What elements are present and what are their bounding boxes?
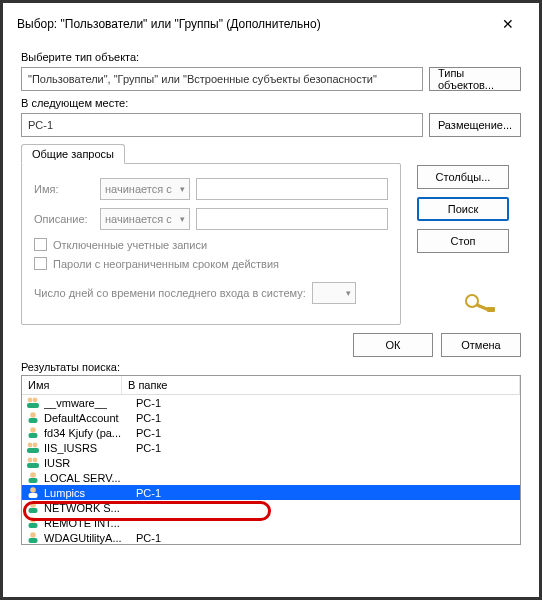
user-icon bbox=[26, 411, 40, 424]
svg-rect-7 bbox=[29, 418, 38, 423]
svg-rect-9 bbox=[29, 433, 38, 438]
user-icon bbox=[26, 486, 40, 499]
location-field: PC-1 bbox=[21, 113, 423, 137]
column-name-header[interactable]: Имя bbox=[22, 376, 122, 394]
location-button[interactable]: Размещение... bbox=[429, 113, 521, 137]
svg-point-16 bbox=[30, 472, 36, 478]
search-icon bbox=[455, 291, 503, 313]
list-item-name: __vmware__ bbox=[44, 397, 126, 409]
svg-point-6 bbox=[30, 412, 36, 418]
group-icon bbox=[26, 441, 40, 454]
svg-point-18 bbox=[30, 487, 36, 493]
svg-point-4 bbox=[33, 398, 38, 403]
list-item[interactable]: DefaultAccountPC-1 bbox=[22, 410, 520, 425]
list-item-name: fd34 Kjufy (pa... bbox=[44, 427, 126, 439]
list-item-name: REMOTE INT... bbox=[44, 517, 126, 529]
svg-point-14 bbox=[33, 458, 38, 463]
location-label: В следующем месте: bbox=[21, 97, 521, 109]
disabled-accounts-label: Отключенные учетные записи bbox=[53, 239, 207, 251]
svg-rect-2 bbox=[487, 307, 495, 312]
object-type-label: Выберите тип объекта: bbox=[21, 51, 521, 63]
user-icon bbox=[26, 471, 40, 484]
name-input[interactable] bbox=[196, 178, 388, 200]
name-label: Имя: bbox=[34, 183, 94, 195]
list-item-folder: PC-1 bbox=[130, 412, 516, 424]
list-item-name: IUSR bbox=[44, 457, 126, 469]
list-item-name: IIS_IUSRS bbox=[44, 442, 126, 454]
list-item[interactable]: IUSR bbox=[22, 455, 520, 470]
disabled-accounts-checkbox[interactable] bbox=[34, 238, 47, 251]
user-icon bbox=[26, 426, 40, 439]
svg-rect-19 bbox=[29, 493, 38, 498]
list-item-folder: PC-1 bbox=[130, 487, 516, 499]
list-item[interactable]: REMOTE INT... bbox=[22, 515, 520, 530]
object-types-button[interactable]: Типы объектов... bbox=[429, 67, 521, 91]
list-item[interactable]: fd34 Kjufy (pa...PC-1 bbox=[22, 425, 520, 440]
svg-point-0 bbox=[466, 295, 478, 307]
svg-point-13 bbox=[28, 458, 33, 463]
window-title: Выбор: "Пользователи" или "Группы" (Допо… bbox=[17, 17, 491, 31]
svg-rect-23 bbox=[29, 523, 38, 528]
results-list[interactable]: Имя В папке __vmware__PC-1DefaultAccount… bbox=[21, 375, 521, 545]
days-since-logon-combo[interactable]: ▾ bbox=[312, 282, 356, 304]
cancel-button[interactable]: Отмена bbox=[441, 333, 521, 357]
columns-button[interactable]: Столбцы... bbox=[417, 165, 509, 189]
results-header: Имя В папке bbox=[22, 376, 520, 395]
column-folder-header[interactable]: В папке bbox=[122, 376, 520, 394]
list-item-folder: PC-1 bbox=[130, 427, 516, 439]
titlebar: Выбор: "Пользователи" или "Группы" (Допо… bbox=[9, 9, 533, 39]
ok-button[interactable]: ОК bbox=[353, 333, 433, 357]
common-queries-group: Имя: начинается с▾ Описание: начинается … bbox=[21, 163, 401, 325]
search-button[interactable]: Поиск bbox=[417, 197, 509, 221]
list-item-name: LOCAL SERV... bbox=[44, 472, 126, 484]
list-item[interactable]: NETWORK S... bbox=[22, 500, 520, 515]
description-label: Описание: bbox=[34, 213, 94, 225]
nonexpiring-passwords-checkbox[interactable] bbox=[34, 257, 47, 270]
list-item-name: WDAGUtilityA... bbox=[44, 532, 126, 544]
group-icon bbox=[26, 396, 40, 409]
name-match-combo[interactable]: начинается с▾ bbox=[100, 178, 190, 200]
description-match-combo[interactable]: начинается с▾ bbox=[100, 208, 190, 230]
chevron-down-icon: ▾ bbox=[180, 214, 185, 224]
list-item-name: NETWORK S... bbox=[44, 502, 126, 514]
results-label: Результаты поиска: bbox=[9, 357, 533, 375]
chevron-down-icon: ▾ bbox=[180, 184, 185, 194]
tab-common-queries[interactable]: Общие запросы bbox=[21, 144, 125, 164]
svg-rect-25 bbox=[29, 538, 38, 543]
chevron-down-icon: ▾ bbox=[346, 288, 351, 298]
nonexpiring-passwords-label: Пароли с неограниченным сроком действия bbox=[53, 258, 279, 270]
close-button[interactable]: ✕ bbox=[491, 11, 525, 37]
user-icon bbox=[26, 501, 40, 514]
svg-rect-21 bbox=[29, 508, 38, 513]
svg-point-11 bbox=[33, 443, 38, 448]
description-input[interactable] bbox=[196, 208, 388, 230]
list-item[interactable]: WDAGUtilityA...PC-1 bbox=[22, 530, 520, 545]
svg-point-24 bbox=[30, 532, 36, 538]
dialog-advanced-select: Выбор: "Пользователи" или "Группы" (Допо… bbox=[9, 9, 533, 591]
list-item[interactable]: IIS_IUSRSPC-1 bbox=[22, 440, 520, 455]
days-since-logon-label: Число дней со времени последнего входа в… bbox=[34, 287, 306, 299]
list-item-folder: PC-1 bbox=[130, 532, 516, 544]
list-item[interactable]: LOCAL SERV... bbox=[22, 470, 520, 485]
svg-rect-15 bbox=[27, 463, 39, 468]
svg-rect-17 bbox=[29, 478, 38, 483]
user-icon bbox=[26, 516, 40, 529]
svg-point-8 bbox=[30, 427, 36, 433]
list-item[interactable]: LumpicsPC-1 bbox=[22, 485, 520, 500]
object-type-field: "Пользователи", "Группы" или "Встроенные… bbox=[21, 67, 423, 91]
list-item-folder: PC-1 bbox=[130, 442, 516, 454]
svg-rect-5 bbox=[27, 403, 39, 408]
svg-point-22 bbox=[30, 517, 36, 523]
list-item-name: DefaultAccount bbox=[44, 412, 126, 424]
user-icon bbox=[26, 531, 40, 544]
stop-button[interactable]: Стоп bbox=[417, 229, 509, 253]
svg-rect-12 bbox=[27, 448, 39, 453]
svg-point-20 bbox=[30, 502, 36, 508]
list-item-folder: PC-1 bbox=[130, 397, 516, 409]
list-item-name: Lumpics bbox=[44, 487, 126, 499]
group-icon bbox=[26, 456, 40, 469]
list-item[interactable]: __vmware__PC-1 bbox=[22, 395, 520, 410]
svg-point-3 bbox=[28, 398, 33, 403]
svg-point-10 bbox=[28, 443, 33, 448]
